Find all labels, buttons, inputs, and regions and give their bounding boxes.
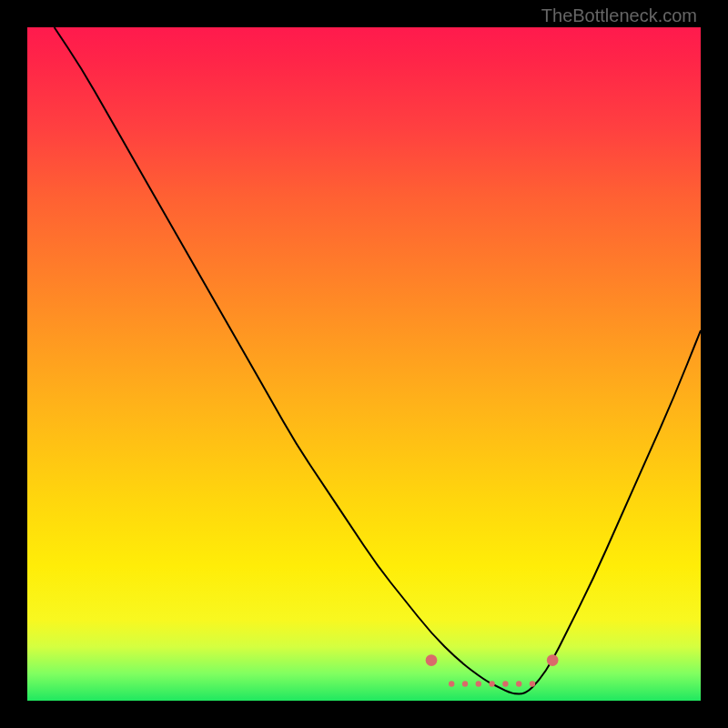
flat-region-markers bbox=[426, 654, 559, 686]
flat-dot-4 bbox=[502, 681, 508, 686]
watermark-text: TheBottleneck.com bbox=[541, 5, 697, 26]
flat-dot-3 bbox=[489, 681, 494, 686]
flat-dot-5 bbox=[516, 681, 521, 686]
flat-dot-0 bbox=[449, 681, 454, 686]
flat-start-marker bbox=[426, 654, 438, 666]
flat-end-marker bbox=[547, 654, 559, 666]
flat-dot-1 bbox=[462, 681, 468, 686]
markers-svg bbox=[27, 27, 701, 701]
flat-dot-2 bbox=[476, 681, 481, 686]
flat-dot-6 bbox=[530, 681, 535, 686]
